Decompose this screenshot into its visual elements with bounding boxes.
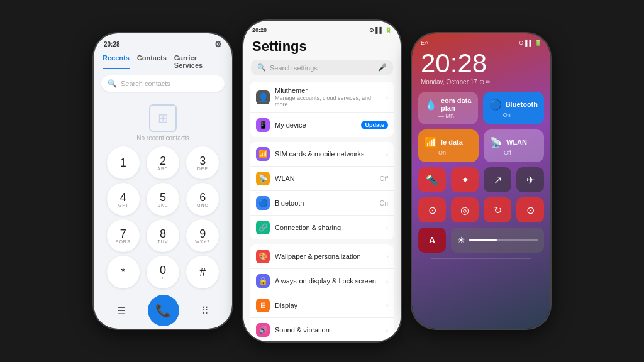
settings-icon[interactable]: ⚙	[214, 40, 222, 49]
lockscreen-label: Always-on display & Lock screen	[275, 277, 381, 285]
dialpad-key-1[interactable]: 1	[107, 146, 140, 179]
sync-btn[interactable]: ↻	[484, 197, 511, 222]
bluetooth-icon: 🔵	[256, 196, 270, 210]
brightness-slider[interactable]: ☀	[451, 228, 544, 253]
data-plan-tile[interactable]: 💧 com data plan — MB	[418, 92, 478, 124]
magic-btn[interactable]: ✦	[451, 167, 479, 192]
location-btn[interactable]: ◎	[451, 197, 479, 222]
settings-network-section: 📶 SIM cards & mobile networks › 📡 WLAN O…	[250, 142, 394, 239]
settings-search-bar[interactable]: 🔍 Search settings 🎤	[251, 60, 393, 75]
bottom-line	[431, 258, 531, 259]
settings-row-wlan[interactable]: 📡 WLAN Off	[250, 167, 394, 191]
settings-row-lockscreen[interactable]: 🔒 Always-on display & Lock screen ›	[250, 269, 394, 293]
dialpad-key-8[interactable]: 8TUV	[147, 219, 179, 252]
bluetooth-tile-label: Bluetooth	[506, 101, 538, 108]
settings-row-sim[interactable]: 📶 SIM cards & mobile networks ›	[250, 142, 394, 167]
record-btn[interactable]: ⊙	[516, 197, 544, 222]
account-name: Miuthemer	[275, 87, 381, 94]
dialpad-key-3[interactable]: 3DEF	[186, 146, 219, 179]
chevron-icon: ›	[386, 151, 388, 158]
data-plan-sub: — MB	[438, 113, 472, 119]
menu-icon[interactable]: ☰	[117, 305, 126, 317]
brightness-fill	[469, 239, 497, 241]
update-badge: Update	[361, 121, 388, 129]
phone-1-tabs: Recents Contacts Carrier Services	[94, 52, 232, 73]
account-label: Miuthemer Manage accounts, cloud service…	[275, 87, 381, 107]
control-center-top-tiles: 💧 com data plan — MB 🔵 Bluetooth On	[412, 92, 550, 129]
settings-row-connection[interactable]: 🔗 Connection & sharing ›	[250, 216, 394, 239]
signal-icon: ▌▌	[375, 27, 384, 33]
status-icons: ⊙ ▌▌ 🔋	[369, 27, 392, 33]
wifi-icon: ⊙	[519, 40, 524, 46]
bluetooth-tile-icon: 🔵	[489, 99, 502, 111]
wallpaper-icon: 🎨	[256, 250, 270, 263]
dialpad-key-hash[interactable]: #	[186, 256, 219, 288]
dialpad-key-0[interactable]: 0+	[147, 256, 179, 288]
dialpad-key-2[interactable]: 2ABC	[147, 146, 179, 179]
contact-search-bar[interactable]: 🔍 Search contacts	[101, 75, 225, 92]
control-center-icon-row-2: ⊙ ◎ ↻ ⊙	[412, 197, 550, 228]
control-center-time: 20:28	[412, 47, 550, 79]
control-center-mid-tiles: 📶 le data On 📡 WLAN Off	[412, 129, 550, 167]
battery-icon: 🔋	[385, 27, 392, 33]
chevron-icon: ›	[386, 278, 388, 285]
dialpad-key-5[interactable]: 5JKL	[147, 183, 179, 216]
dialpad-key-6[interactable]: 6MNO	[186, 183, 219, 216]
phone-1-time: 20:28	[104, 41, 120, 48]
sound-label: Sound & vibration	[275, 326, 381, 334]
chevron-icon: ›	[386, 94, 388, 101]
settings-row-bluetooth[interactable]: 🔵 Bluetooth On	[250, 191, 394, 216]
search-icon: 🔍	[257, 63, 266, 72]
phone-2-time: 20:28	[252, 27, 267, 33]
flashlight-btn[interactable]: 🔦	[418, 167, 446, 192]
dialpad-key-4[interactable]: 4GHI	[107, 183, 140, 216]
phone-1-screen: 20:28 ⚙ Recents Contacts Carrier Service…	[94, 33, 232, 329]
dialpad-key-7[interactable]: 7PQRS	[107, 219, 140, 252]
airplane-btn[interactable]: ✈	[516, 167, 544, 192]
dialpad-key-9[interactable]: 9WXYZ	[186, 219, 219, 252]
wlan-tile[interactable]: 📡 WLAN Off	[484, 129, 544, 162]
control-center-date: Monday, October 17 ⊙ ✏	[412, 79, 550, 92]
tab-contacts[interactable]: Contacts	[137, 54, 167, 69]
mobile-data-tile[interactable]: 📶 le data On	[418, 129, 479, 162]
wlan-label: WLAN	[275, 175, 375, 182]
settings-row-display[interactable]: 🖥 Display ›	[250, 293, 394, 318]
account-sub: Manage accounts, cloud services, and mor…	[275, 95, 381, 107]
phone-1: 20:28 ⚙ Recents Contacts Carrier Service…	[94, 33, 232, 329]
wifi-status-icon: ⊙	[369, 27, 374, 33]
settings-row-sound[interactable]: 🔊 Sound & vibration ›	[250, 318, 394, 341]
settings-row-mydevice[interactable]: 📱 My device Update	[250, 113, 394, 137]
sound-icon: 🔊	[256, 323, 270, 337]
mic-icon[interactable]: 🎤	[378, 63, 387, 72]
phone-3-screen: EA ⊙ ▌▌ 🔋 20:28 Monday, October 17 ⊙ ✏ 💧…	[412, 33, 550, 329]
dialpad-key-star[interactable]: *	[107, 256, 140, 288]
dialpad: 1 2ABC 3DEF 4GHI 5JKL 6MNO 7PQRS 8TUV 9W…	[94, 146, 232, 288]
alpha-btn[interactable]: A	[418, 228, 446, 253]
phone-3-user: EA	[421, 40, 428, 46]
bluetooth-label: Bluetooth	[275, 199, 375, 207]
dialpad-icon[interactable]: ⠿	[201, 305, 209, 317]
bluetooth-status: On	[380, 200, 388, 207]
connection-icon: 🔗	[256, 221, 270, 234]
wlan-tile-sub: Off	[504, 150, 538, 156]
wlan-status: Off	[380, 175, 388, 182]
bluetooth-tile-sub: On	[503, 112, 538, 118]
control-center-icon-row-1: 🔦 ✦ ↗ ✈	[412, 167, 550, 197]
lockscreen-icon: 🔒	[256, 274, 270, 288]
mobile-data-icon: 📶	[425, 136, 437, 148]
device-label: My device	[275, 121, 356, 129]
remote-btn[interactable]: ↗	[484, 167, 511, 192]
tab-carrier[interactable]: Carrier Services	[174, 54, 223, 69]
settings-row-wallpaper[interactable]: 🎨 Wallpaper & personalization ›	[250, 244, 394, 269]
empty-recents-text: No recent contacts	[136, 134, 189, 141]
bluetooth-tile[interactable]: 🔵 Bluetooth On	[483, 92, 544, 124]
eye-btn[interactable]: ⊙	[418, 197, 446, 222]
call-button[interactable]: 📞	[148, 295, 179, 326]
settings-title: Settings	[243, 35, 401, 60]
settings-row-miuithemer[interactable]: 👤 Miuthemer Manage accounts, cloud servi…	[250, 82, 394, 113]
tab-recents[interactable]: Recents	[103, 54, 130, 69]
battery-icon: 🔋	[535, 40, 541, 46]
phone-1-bottom-bar: ☰ 📞 ⠿	[94, 288, 232, 329]
chevron-icon: ›	[386, 253, 388, 260]
settings-personalization-section: 🎨 Wallpaper & personalization › 🔒 Always…	[250, 244, 394, 341]
